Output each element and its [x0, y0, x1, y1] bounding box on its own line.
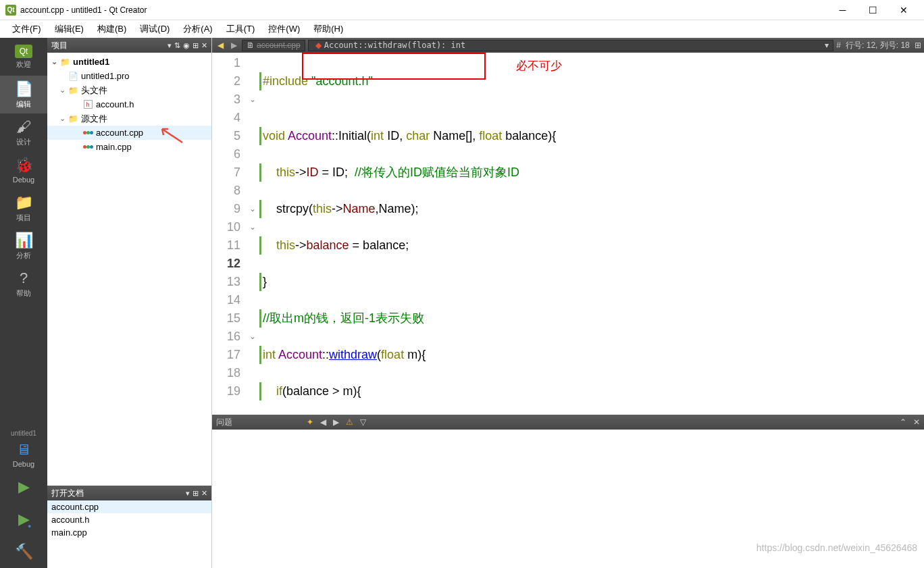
filter-icon[interactable]: ⇅	[174, 41, 180, 50]
lock-icon: 🗎	[247, 41, 255, 50]
mode-help-label: 帮助	[16, 288, 31, 299]
qt-icon: Qt	[15, 45, 32, 58]
cursor-position-text: 行号: 12, 列号: 18	[846, 41, 910, 50]
help-icon: ?	[20, 269, 28, 287]
menu-edit[interactable]: 编辑(E)	[48, 21, 91, 37]
open-docs-title: 打开文档	[51, 488, 183, 499]
tree-root-label: untitled1	[73, 57, 109, 67]
dropdown-icon[interactable]: ▾	[168, 41, 172, 50]
title-bar: Qt account.cpp - untitled1 - Qt Creator …	[0, 0, 924, 20]
window-controls: ─ ☐ ✕	[827, 1, 919, 20]
mode-edit-label: 编辑	[16, 99, 31, 109]
folder-icon: 📁	[68, 86, 78, 95]
nav-back-button[interactable]: ◀	[215, 41, 226, 50]
tree-source1-label: account.cpp	[96, 128, 143, 138]
mode-projects-label: 项目	[16, 213, 31, 223]
split-icon[interactable]: ⊞	[192, 489, 199, 498]
nav-back-icon[interactable]: ◀	[320, 417, 326, 427]
warning-icon[interactable]: ⚠	[346, 417, 353, 427]
menu-debug[interactable]: 调试(D)	[133, 21, 176, 37]
side-navigation: 项目 ▾ ⇅ ◉ ⊞ ✕ ⌄📁untitled1 📄untitled1.pro …	[47, 38, 212, 568]
build-button[interactable]: 🔨	[0, 536, 47, 568]
editor-area: ◀ ▶ 🗎account.cpp ◆Account::withdraw(floa…	[212, 38, 924, 568]
sync-icon[interactable]: ◉	[183, 41, 190, 50]
maximize-button[interactable]: ☐	[858, 1, 888, 20]
menu-help[interactable]: 帮助(H)	[307, 21, 350, 37]
menu-widgets[interactable]: 控件(W)	[261, 21, 307, 37]
mode-help[interactable]: ?帮助	[0, 265, 47, 303]
mode-debug[interactable]: 🐞Debug	[0, 151, 47, 189]
code-editor[interactable]: 12345678910111213141516171819 ⌄ ⌄⌄ ⌄ #in…	[212, 53, 924, 415]
diamond-icon: ◆	[315, 41, 322, 50]
brush-icon[interactable]: ✦	[307, 417, 313, 427]
play-debug-icon: ▶●	[18, 511, 30, 528]
editor-toolbar: ◀ ▶ 🗎account.cpp ◆Account::withdraw(floa…	[212, 38, 924, 53]
open-doc-item[interactable]: main.cpp	[47, 526, 211, 539]
filter-icon[interactable]: ▽	[360, 417, 366, 427]
document-icon: 📄	[15, 80, 33, 98]
h-file-icon: h	[82, 100, 93, 109]
menu-analyze[interactable]: 分析(A)	[176, 21, 219, 37]
line-number-gutter: 12345678910111213141516171819	[212, 53, 246, 415]
menu-file[interactable]: 文件(F)	[5, 21, 48, 37]
window-title: account.cpp - untitled1 - Qt Creator	[20, 5, 827, 15]
kit-project-label: untitled1	[0, 428, 47, 438]
open-doc-item[interactable]: account.h	[47, 513, 211, 526]
mode-welcome[interactable]: Qt欢迎	[0, 38, 47, 76]
file-crumb[interactable]: 🗎account.cpp	[242, 40, 305, 51]
tree-sources-label: 源文件	[81, 113, 107, 125]
mode-analyze-label: 分析	[16, 251, 31, 261]
tree-header-label: account.h	[96, 99, 134, 109]
mode-edit[interactable]: 📄编辑	[0, 76, 47, 113]
tree-header-file[interactable]: haccount.h	[47, 97, 211, 111]
mode-analyze[interactable]: 📊分析	[0, 227, 47, 265]
menu-tools[interactable]: 工具(T)	[220, 21, 262, 37]
issues-toolbar: 问题 ✦ ◀ ▶ ⚠ ▽ ⌃ ✕	[212, 415, 924, 430]
dropdown-icon[interactable]: ▾	[186, 489, 190, 498]
minimize-button[interactable]: ─	[827, 1, 858, 20]
issues-title: 问题	[216, 417, 232, 428]
close-button[interactable]: ✕	[888, 1, 919, 20]
bug-icon: 🐞	[15, 157, 33, 174]
file-crumb-label: account.cpp	[257, 41, 301, 50]
code-content[interactable]: #include "account.h" void Account::Initi…	[259, 53, 924, 415]
open-documents-panel: 打开文档 ▾ ⊞ ✕ account.cpp account.h main.cp…	[47, 486, 211, 568]
split-icon[interactable]: ⊞	[192, 41, 199, 50]
cursor-position: # 行号: 12, 列号: 18 ⊞	[836, 40, 921, 51]
mode-debug-label: Debug	[13, 176, 34, 184]
nav-forward-button[interactable]: ▶	[228, 41, 239, 50]
project-tree: ⌄📁untitled1 📄untitled1.pro ⌄📁头文件 haccoun…	[47, 53, 211, 486]
run-button[interactable]: ▶	[0, 471, 47, 503]
close-panel-icon[interactable]: ✕	[201, 489, 207, 498]
folder-icon: 📁	[68, 114, 78, 124]
monitor-icon: 🖥	[16, 441, 31, 459]
method-crumb[interactable]: ◆Account::withdraw(float): int▾	[308, 40, 833, 51]
close-panel-icon[interactable]: ✕	[201, 41, 207, 50]
open-docs-header: 打开文档 ▾ ⊞ ✕	[47, 486, 211, 500]
tree-pro-file[interactable]: 📄untitled1.pro	[47, 69, 211, 83]
tree-source2-label: main.cpp	[96, 142, 132, 152]
tree-source-account-cpp[interactable]: account.cpp	[47, 126, 211, 140]
open-doc-item[interactable]: account.cpp	[47, 500, 211, 513]
play-icon: ▶	[18, 478, 30, 496]
tree-sources-folder[interactable]: ⌄📁源文件	[47, 111, 211, 126]
method-crumb-label: Account::withdraw(float): int	[324, 41, 466, 50]
menu-bar: 文件(F) 编辑(E) 构建(B) 调试(D) 分析(A) 工具(T) 控件(W…	[0, 20, 924, 38]
expand-icon[interactable]: ⌃	[900, 417, 906, 427]
pro-file-icon: 📄	[68, 72, 78, 81]
tree-headers-folder[interactable]: ⌄📁头文件	[47, 83, 211, 97]
nav-forward-icon[interactable]: ▶	[333, 417, 339, 427]
cpp-file-icon	[82, 145, 93, 149]
folder-icon: 📁	[15, 194, 33, 211]
tree-root[interactable]: ⌄📁untitled1	[47, 55, 211, 69]
mode-projects[interactable]: 📁项目	[0, 189, 47, 227]
tree-source-main-cpp[interactable]: main.cpp	[47, 140, 211, 154]
kit-selector[interactable]: 🖥Debug	[0, 438, 47, 471]
split-icon[interactable]: ⊞	[915, 41, 921, 50]
mode-design-label: 设计	[16, 137, 31, 147]
watermark: https://blog.csdn.net/weixin_45626468	[756, 542, 917, 553]
close-icon[interactable]: ✕	[913, 417, 920, 427]
debug-run-button[interactable]: ▶●	[0, 503, 47, 536]
mode-design[interactable]: 🖌设计	[0, 113, 47, 151]
menu-build[interactable]: 构建(B)	[91, 21, 133, 37]
